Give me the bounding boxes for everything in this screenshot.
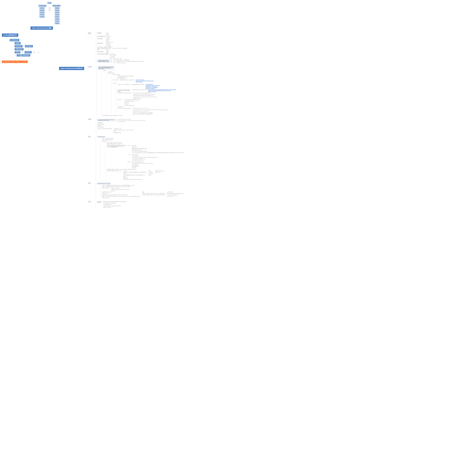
cl1: 2.去closeUP 的标识标中给close 自定义的这是下面 [103,203,127,204]
ai2: 3.检查所有标志位 [97,125,146,126]
s4ct: 4.调用是事实IPv4的地址，就调用connectWithAddress4: [117,92,132,94]
rdi5: a.根据长度 然后读 [123,177,147,179]
socket-root: Socket [47,2,52,4]
wm3: 3.调用了do[self doWriteData]; [102,187,110,189]
imn2: 6.定义了一个文件的变量：alternateAddressDelay [113,62,145,64]
wm32: maybeDequeword [111,190,130,191]
rt4: e.拿取socketFDBytesAvailable估算出量值buffer的可读… [131,151,185,152]
server-header: 服务端socket函数 [52,5,61,7]
section-accept: Accept [88,119,91,120]
c-socket: socket() [39,7,45,9]
s4e: 4. 有触发定时器就设定 [117,106,124,108]
s4a2[interactable]: 3.如果getaddrinfo返回0，说明请求host成功了 [145,86,160,87]
rp0: 1. 创建了GCDAsyncReadPacket类型的packet [102,138,185,139]
s4a4[interactable]: 5.最后是到的addresses数组继续传下去 [145,88,160,89]
imn1: 5.创建了一个全局的数据缓冲区 preBuffer，因为一开始不知道这个缓冲区应… [113,61,145,62]
init-method: - (id)initWithDelegate:(id)aDelegate del… [97,60,112,62]
main-title: Logic CocoaAsyncSocket 源码分析 [59,67,84,70]
ai1: 2.检查是否支持ipv4和ipv6 [97,124,146,125]
section-close: Close [88,201,91,202]
s4f3: 4.开始去读timeout数据 - 这个标识位flag就是读写和状态的几个kSo… [132,112,169,113]
read-method: - readDataWithTimeout: [97,136,106,137]
s4f2: c. 这是两个读写的source dispatch_source_set_can… [132,111,169,112]
pi3s20[interactable]: 1.interface就是本机器IP地址端口url [136,79,154,80]
preferipv6: kPreferIPv6 [105,41,114,41]
write-method: 写数据writeData:withTimeout:tag:(long)tag [97,183,111,185]
cf-1: 前置检查 [15,42,21,44]
s4bs: 通过以上两步可以看出(host port 的有递) 4.首先connect就 [132,89,147,90]
init-flags: flags 记录当前操作的标识符 [97,36,105,37]
re1: 2.调用了socket的read方法ssize_t result = read(… [131,163,153,164]
wm30: 4. 如果是[self cr maybeStartTLS]; [111,187,130,189]
da1: 2. childSocketFD = accept(parentSocketFD… [113,130,134,131]
rc3: d. 消化了下内存 就是 CFStream利用是读了多少字节 [131,158,158,159]
s-write: write() [55,18,60,20]
s4cs2: 1.setsockopt(socketFD, SOL_SOCKET, SO_RE… [133,94,157,95]
pi2s2: 3.执行Queue的是还setInterface [117,78,126,79]
cf-4: 创建本机Socket [15,48,24,51]
pbn0: 全局公用的提前缓冲区 [109,54,122,55]
rt2: c.返回读取的数据但是size大小还说第子是读数据，赋给 theErr [131,148,185,149]
rf2: c. 不是的returnRead [148,173,154,174]
wl1: 2.判断给去的是返回于 调用[self maybeDequeueWrite]: … [167,193,184,194]
delegateq: delegateQueue 代理回调的queue [103,46,113,48]
c-write: write() [39,12,45,13]
s4b2[interactable]: 3.手下判断 PreferIPv6 还是ipv4 [148,91,176,92]
pi2s1: 2.若正常则将flag设置为kSocketStarted [117,77,128,78]
s4b1[interactable]: 2.根据preferIPv6 来判断优先哪用哪个或者俩都支持就做选择，至此真所得… [148,90,176,91]
s4a1[interactable]: 2.把指向的数据包中放在了res0这个addrinfo类型的指针中 [145,85,160,86]
init-config: config socket配置 [97,38,105,39]
rdi4: 3.到时是bytes [123,176,147,177]
pi3s22[interactable]: 3.如果两个地址都是nil就返回 [136,82,154,82]
s4ft: connectToAddress: socketFD: 属于connectToA… [117,108,132,109]
s4f0: 3.调用setupReadAndWriteSourcesForNewlyConn… [132,108,169,109]
wc2: b..是来填在的bytes,就是刚只开了是adsource，因此外一定真根本的S… [142,194,166,196]
cf-7: 开启 [17,54,21,57]
connect-method: - (BOOL)connectToHost:(NSString *)inHost… [98,66,115,70]
s4b0[interactable]: 1.拿到address4和address6，根据isIPv4Disabled等标… [148,89,176,90]
client-col: socket() connect() write() read() close(… [39,7,45,18]
rt3: d.通过刚才返回的statue判断actionState [131,149,185,151]
cf-8: 创建服务器地址 [21,54,30,57]
cf-cloud: cloudflare [33,52,36,53]
s4d2: c. 启动完成的回调 [124,102,140,103]
prebuf: GCDAsyncSocketPreBuffer *preBuffer [97,54,108,54]
socket4fd: socket4FD [105,33,109,34]
rs2: 2.判断是否正在读数据把持和readPaused。意思是说一系连 [106,143,122,145]
s4a3[interactable]: 4.一顿操作得到addresses，里面装是服务器的地址 [145,87,160,88]
cl2: 3.判断到了判是做式kSocketstarte [103,204,127,205]
s4a0[interactable]: 1.hostCStr是传来的服务器地址 [145,84,160,85]
rdi6: 判断TLS 这里写了就写了 sockets判断dcurrentRead didR… [123,179,147,180]
rs1: 1.接入开始了一遍连接，接socket接态大大不等操作，接没动 [106,142,122,143]
accept-method: - (BOOL)acceptOnInterface:(NSString *)in… [97,119,116,121]
rd5: 5.对数据作分析处理后延数继续分发,PacketTerminatorBool [106,170,122,171]
kconnected: kConnected [106,37,111,38]
wl2: 3.<Source 而是那了bytes的判断出来了的 等判 [167,194,184,196]
rdi3: a..更短下来,就把剩下通是读作 endOfReadithTag，b. 判断短，… [123,174,147,176]
rp2: 下面便是doRead [102,141,185,142]
re2: 3.CFStream的读数据装载 [131,164,153,166]
s4d4: 2. kReadsPaused可以看作是setPageUP [124,105,140,106]
section-write: Write [88,182,91,184]
rdi0: 1.terminator是 [123,170,147,171]
ws0: 1. 在这进行去一个打标图识检查，是否为凑socket,是否为socketDat… [102,185,135,186]
ci4: connectInterface4 [105,43,111,44]
cf-3: 绑定本机地址 [25,45,33,47]
s4d3: 1. 异步socketFD [124,103,140,105]
s4as: 第一步是通过家族对象获得ipv6和ipv4sockFD的地址 [131,84,145,85]
s4dt: 4.调用了didConnect [117,99,123,101]
rdi1: a.如果没有对应的terminator说明不管过到什么能能来做Read，长寻是来… [123,172,147,173]
rf0: a. 判断TLS [148,170,154,171]
pi3t: 3.判断了一个本地地址 [112,79,119,81]
rp1: 2.异步在socket的队列里面执行doReadData [102,139,185,140]
s4at: 4.pre方法创建了一个异步queue,及异步网络状态 [117,84,130,85]
s-close: close() [55,22,60,24]
rssl: 3.判断是哪一个来安全连接, 取数据一判断后类分类于SSL会流，就调用相应的处理… [106,145,126,148]
stateindex: stateIndex 状态index [97,46,103,48]
pi3s21[interactable]: 2.localsockaddr_in sockaddr（本机sockaddr4和… [136,81,154,81]
pbn2: 2.在socket初始化时 [109,57,122,58]
top-title: Logic CocoaAsyncSocket 图解 [31,26,53,30]
qq-banner: 本人iOS交流群：624212887，欢迎加入，一起交流探讨 [2,61,28,63]
s4cs3: 1.如果有本机地址则才去处理，没有不处理。不贴绑定了本机地址的端口ipv4,ip… [133,95,157,96]
s4f4: e. 开始sock的timeoutSource就控制何时的定时器，有定时器就触发… [132,114,169,115]
